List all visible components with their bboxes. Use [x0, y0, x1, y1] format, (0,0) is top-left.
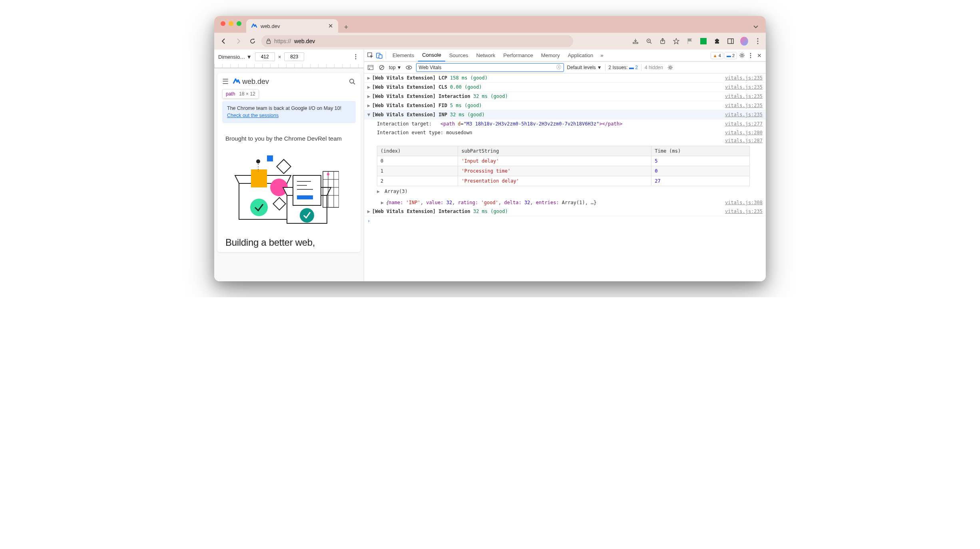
devtools-tab-sources[interactable]: Sources: [445, 50, 472, 62]
source-link[interactable]: vitals.js:308: [725, 199, 763, 206]
close-window[interactable]: [221, 21, 225, 26]
url-input[interactable]: https://web.dev: [261, 35, 573, 47]
devtools-tab-application[interactable]: Application: [564, 50, 598, 62]
console-sidebar-toggle-icon[interactable]: [367, 64, 374, 72]
flag-icon[interactable]: [686, 37, 694, 45]
zoom-icon[interactable]: [645, 37, 653, 45]
svg-point-6: [757, 40, 758, 42]
table-row: 1'Processing time'0: [377, 166, 750, 176]
source-link[interactable]: vitals.js:235: [725, 111, 763, 118]
source-link[interactable]: vitals.js:235: [725, 102, 763, 109]
maximize-window[interactable]: [237, 21, 241, 26]
traffic-lights: [221, 21, 241, 26]
array-summary[interactable]: ▶ Array(3): [377, 187, 766, 196]
clear-console-icon[interactable]: [378, 64, 386, 72]
hero-heading: Building a better web,: [222, 237, 356, 248]
height-input[interactable]: [284, 52, 304, 61]
svg-point-30: [750, 53, 751, 54]
svg-rect-21: [297, 195, 313, 199]
devtools-kebab-icon[interactable]: [747, 52, 755, 60]
table-row: 2'Presentation delay'27: [377, 176, 750, 186]
source-link[interactable]: vitals.js:287: [725, 137, 763, 144]
svg-point-8: [355, 54, 357, 56]
kebab-menu-icon[interactable]: [754, 37, 762, 45]
device-pane: Dimensio… ▼ × ☰ web.dev: [214, 50, 364, 281]
tab-overflow-icon[interactable]: [750, 21, 762, 33]
share-icon[interactable]: [659, 37, 667, 45]
tab-webdev[interactable]: web.dev ✕: [246, 19, 338, 33]
tab-close-icon[interactable]: ✕: [328, 22, 333, 30]
log-row[interactable]: ▶ [Web Vitals Extension] Interaction 32 …: [364, 207, 766, 216]
extensions-icon[interactable]: [713, 37, 721, 45]
banner-link[interactable]: Check out the sessions: [227, 113, 279, 118]
source-link[interactable]: vitals.js:277: [725, 120, 763, 127]
profile-avatar[interactable]: [740, 37, 748, 45]
content: Dimensio… ▼ × ☰ web.dev: [214, 50, 766, 281]
log-row[interactable]: ▶[Web Vitals Extension] Interaction 32 m…: [364, 92, 766, 101]
console-filter-input[interactable]: Web Vitals ⓧ: [416, 63, 564, 72]
lock-icon: [266, 38, 271, 44]
svg-point-24: [327, 173, 329, 175]
clear-filter-icon[interactable]: ⓧ: [556, 64, 561, 71]
svg-point-22: [300, 208, 314, 223]
devtools-tab-console[interactable]: Console: [418, 50, 445, 62]
toolbar-right: [631, 37, 762, 45]
page-viewport: ☰ web.dev path 18 × 12 T: [214, 68, 364, 281]
log-row[interactable]: ▶[Web Vitals Extension] LCP 158 ms (good…: [364, 74, 766, 83]
device-kebab-icon[interactable]: [352, 53, 360, 61]
url-host: web.dev: [294, 38, 315, 44]
more-tabs-icon[interactable]: »: [598, 52, 606, 58]
live-expression-icon[interactable]: [405, 64, 413, 72]
hidden-count: 4 hidden: [645, 65, 663, 70]
info-badge[interactable]: ▬2: [724, 52, 737, 59]
bookmark-icon[interactable]: [672, 37, 680, 45]
sidebar-toggle-icon[interactable]: [727, 37, 735, 45]
svg-rect-28: [379, 55, 382, 58]
search-icon[interactable]: [349, 78, 356, 85]
log-row[interactable]: ▶[Web Vitals Extension] FID 5 ms (good)v…: [364, 101, 766, 110]
device-toggle-icon[interactable]: [375, 52, 383, 60]
settings-gear-icon[interactable]: [738, 52, 746, 60]
levels-dropdown[interactable]: Default levels ▼: [567, 65, 602, 70]
source-link[interactable]: vitals.js:235: [725, 93, 763, 100]
inspect-element-icon[interactable]: [367, 52, 374, 60]
devtools-tab-network[interactable]: Network: [472, 50, 500, 62]
object-preview-row[interactable]: ▶ {name: 'INP', value: 32, rating: 'good…: [364, 198, 766, 207]
hamburger-icon[interactable]: ☰: [222, 77, 229, 86]
webdev-logo[interactable]: web.dev: [233, 78, 269, 86]
page-header: ☰ web.dev: [222, 77, 356, 86]
install-icon[interactable]: [631, 37, 639, 45]
forward-button[interactable]: [233, 36, 244, 47]
svg-rect-13: [251, 169, 267, 187]
devtools-tab-performance[interactable]: Performance: [499, 50, 537, 62]
svg-point-37: [669, 66, 671, 68]
new-tab-button[interactable]: +: [341, 22, 352, 33]
minimize-window[interactable]: [229, 21, 233, 26]
devtools-tab-elements[interactable]: Elements: [388, 50, 418, 62]
console-prompt[interactable]: ›: [364, 216, 766, 226]
svg-point-32: [750, 57, 751, 58]
svg-point-7: [757, 43, 758, 44]
back-button[interactable]: [218, 36, 229, 47]
tab-strip: web.dev ✕ +: [214, 16, 766, 33]
devtools-panel: ElementsConsoleSourcesNetworkPerformance…: [364, 50, 766, 281]
devtools-tab-memory[interactable]: Memory: [537, 50, 564, 62]
ruler: [214, 64, 364, 68]
table-row: 0'Input delay'5: [377, 156, 750, 166]
log-row-expanded[interactable]: ▼ [Web Vitals Extension] INP 32 ms (good…: [364, 110, 766, 119]
devtools-close-icon[interactable]: ✕: [755, 52, 763, 59]
warnings-badge[interactable]: ▲4: [711, 52, 723, 59]
console-settings-icon[interactable]: [666, 64, 674, 72]
reload-button[interactable]: [247, 36, 258, 47]
issues-link[interactable]: 2 Issues: ▬ 2: [609, 65, 638, 70]
width-input[interactable]: [255, 52, 275, 61]
source-link[interactable]: vitals.js:235: [725, 84, 763, 91]
extension-webvitals[interactable]: [699, 37, 707, 45]
source-link[interactable]: vitals.js:280: [725, 129, 763, 136]
chrome-top: web.dev ✕ + https://web.dev: [214, 16, 766, 50]
context-selector[interactable]: top ▼: [389, 65, 402, 70]
dimensions-dropdown[interactable]: Dimensio… ▼: [218, 54, 252, 60]
log-row[interactable]: ▶[Web Vitals Extension] CLS 0.00 (good)v…: [364, 83, 766, 92]
source-link[interactable]: vitals.js:235: [725, 208, 763, 215]
source-link[interactable]: vitals.js:235: [725, 74, 763, 82]
